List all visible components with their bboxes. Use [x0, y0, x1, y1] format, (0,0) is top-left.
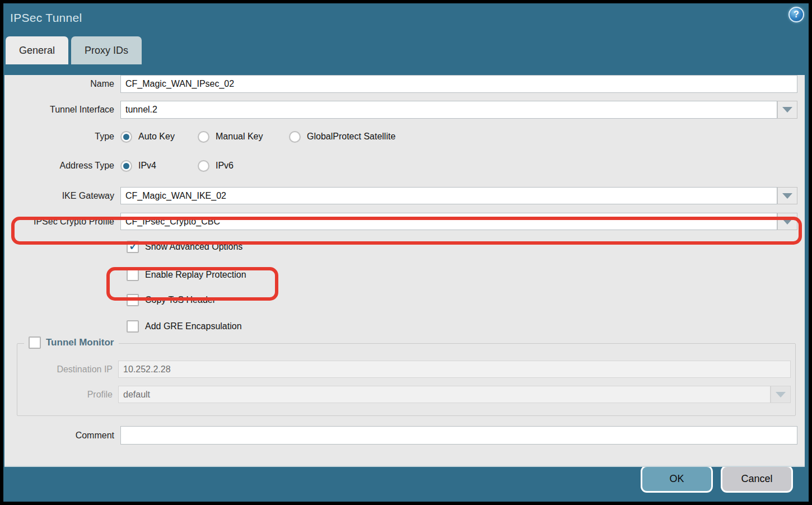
radio-auto-key[interactable]: Auto Key — [120, 131, 198, 143]
dialog-title: IPSec Tunnel — [10, 11, 82, 25]
chevron-down-icon — [782, 219, 792, 225]
tunnel-interface-dropdown-button[interactable] — [777, 101, 797, 119]
address-type-label: Address Type — [4, 161, 120, 171]
radio-selected-icon — [120, 160, 132, 172]
ike-gateway-dropdown-button[interactable] — [777, 187, 797, 204]
dialog-titlebar: IPSec Tunnel ? — [3, 3, 809, 36]
tab-proxy-ids[interactable]: Proxy IDs — [71, 36, 142, 64]
radio-manual-key[interactable]: Manual Key — [198, 131, 289, 143]
tunnel-interface-label: Tunnel Interface — [4, 105, 120, 115]
cancel-button[interactable]: Cancel — [721, 465, 793, 493]
profile-input — [118, 386, 771, 403]
destination-ip-row: Destination IP — [17, 361, 795, 378]
chevron-down-icon — [782, 193, 792, 199]
tunnel-interface-input[interactable] — [120, 101, 777, 119]
copy-tos-header-checkbox-row[interactable]: Copy ToS Header — [4, 293, 805, 307]
name-input[interactable] — [120, 75, 797, 93]
radio-unselected-icon — [198, 160, 209, 172]
unchecked-checkbox-icon[interactable] — [127, 294, 139, 306]
ok-button[interactable]: OK — [641, 465, 713, 493]
ike-gateway-row: IKE Gateway — [4, 187, 805, 204]
checked-checkbox-icon[interactable] — [127, 241, 139, 253]
tab-bar: General Proxy IDs — [3, 36, 809, 64]
comment-row: Comment — [4, 426, 805, 445]
tunnel-monitor-legend[interactable]: Tunnel Monitor — [24, 336, 119, 349]
ipsec-crypto-profile-input[interactable] — [120, 213, 777, 230]
ike-gateway-input[interactable] — [120, 187, 777, 204]
radio-ipv4[interactable]: IPv4 — [120, 160, 198, 172]
chevron-down-icon — [782, 107, 792, 113]
tab-general[interactable]: General — [6, 36, 68, 64]
general-tab-panel: Name Tunnel Interface Type Auto Key — [4, 75, 805, 467]
name-label: Name — [4, 79, 120, 89]
ike-gateway-label: IKE Gateway — [4, 191, 120, 201]
profile-label: Profile — [17, 390, 118, 400]
comment-input[interactable] — [120, 426, 797, 445]
tunnel-interface-row: Tunnel Interface — [4, 101, 805, 119]
add-gre-encapsulation-checkbox-row[interactable]: Add GRE Encapsulation — [4, 320, 805, 333]
profile-dropdown-button — [771, 386, 791, 403]
unchecked-checkbox-icon[interactable] — [127, 320, 139, 333]
chevron-down-icon — [776, 392, 786, 398]
ipsec-crypto-profile-dropdown-button[interactable] — [777, 213, 797, 230]
comment-label: Comment — [4, 431, 120, 441]
radio-selected-icon — [120, 131, 132, 143]
tunnel-monitor-fieldset: Tunnel Monitor Destination IP Profile — [17, 343, 796, 416]
ipsec-crypto-profile-row: IPSec Crypto Profile — [4, 213, 805, 230]
radio-unselected-icon — [198, 131, 209, 143]
radio-ipv6[interactable]: IPv6 — [198, 160, 234, 172]
type-label: Type — [4, 132, 120, 142]
address-type-row: Address Type IPv4 IPv6 — [4, 158, 805, 173]
help-icon[interactable]: ? — [788, 7, 804, 22]
unchecked-checkbox-icon[interactable] — [127, 269, 139, 281]
ipsec-crypto-profile-label: IPSec Crypto Profile — [4, 217, 120, 227]
show-advanced-options-checkbox-row[interactable]: Show Advanced Options — [4, 240, 805, 254]
type-row: Type Auto Key Manual Key GlobalProtect S… — [4, 129, 805, 144]
destination-ip-label: Destination IP — [17, 364, 118, 375]
ipsec-tunnel-dialog: IPSec Tunnel ? General Proxy IDs Name Tu… — [3, 3, 809, 502]
unchecked-checkbox-icon[interactable] — [29, 336, 41, 349]
profile-row: Profile — [17, 386, 795, 403]
radio-globalprotect-satellite[interactable]: GlobalProtect Satellite — [289, 131, 395, 143]
radio-unselected-icon — [289, 131, 301, 143]
enable-replay-protection-checkbox-row[interactable]: Enable Replay Protection — [4, 268, 805, 282]
name-row: Name — [4, 75, 805, 93]
destination-ip-input — [118, 361, 791, 378]
